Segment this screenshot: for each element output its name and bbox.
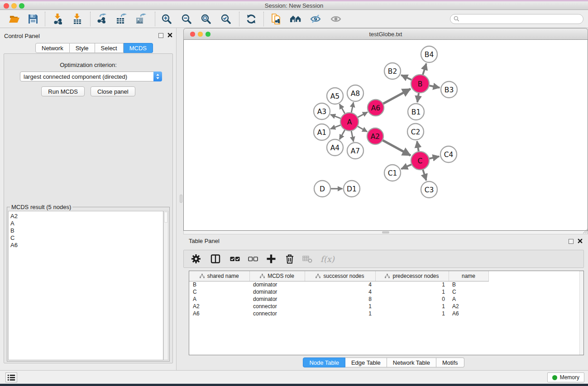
refresh-view-button[interactable] [245, 13, 257, 25]
network-horizontal-scrollbar[interactable] [183, 231, 588, 234]
list-item[interactable]: B [10, 227, 163, 234]
save-session-button[interactable] [27, 13, 39, 25]
search-field[interactable] [450, 14, 583, 24]
export-network-button[interactable] [96, 13, 108, 25]
zoom-fit-button[interactable] [200, 13, 212, 25]
table-row[interactable]: Bdominator41B [189, 281, 580, 288]
select-all-columns-button[interactable] [229, 253, 241, 265]
close-panel-icon[interactable] [167, 32, 172, 39]
scrollbar-thumb[interactable] [382, 231, 389, 234]
show-columns-button[interactable] [210, 253, 221, 265]
function-builder-button: f(x) [320, 254, 335, 264]
hierarchy-icon [316, 274, 320, 278]
zoom-out-button[interactable] [181, 13, 192, 25]
unselect-all-columns-button[interactable] [247, 253, 259, 265]
new-session-from-network-button[interactable] [271, 13, 282, 25]
column-header-name[interactable]: name [449, 271, 488, 281]
zoom-in-icon [161, 14, 172, 24]
zoom-selected-icon [220, 14, 231, 24]
checked-boxes-icon [229, 253, 240, 264]
delete-columns-button[interactable] [284, 253, 296, 265]
tab-select[interactable]: Select [95, 43, 124, 53]
select-stepper-icon [153, 71, 162, 81]
graph-node-label-A: A [347, 118, 352, 126]
import-table-button[interactable] [72, 13, 83, 25]
list-item[interactable]: A2 [10, 213, 163, 220]
graph-node-label-C3: C3 [425, 186, 434, 194]
open-folder-icon [9, 14, 20, 24]
tab-style[interactable]: Style [70, 43, 95, 53]
zoom-fit-icon [201, 14, 211, 24]
tab-node-table[interactable]: Node Table [303, 357, 345, 367]
graph-node-label-B2: B2 [388, 67, 397, 76]
run-mcds-button[interactable]: Run MCDS [41, 86, 85, 96]
apply-preferred-layout-button[interactable] [290, 13, 301, 25]
export-image-button[interactable] [135, 13, 147, 25]
graph-node-label-A1: A1 [317, 129, 326, 137]
table-vertical-scrollbar[interactable] [579, 271, 583, 355]
create-column-button[interactable] [265, 253, 277, 265]
network-graph[interactable]: AA1A2A3A4A5A6A7A8BB1B2B3B4CC1C2C3C4DD1 [184, 40, 588, 230]
table-row[interactable]: Cdominator41C [189, 288, 580, 295]
mcds-result-list[interactable]: A2 A B C A6 [8, 211, 163, 360]
graph-node-label-C4: C4 [444, 151, 454, 159]
tab-edge-table[interactable]: Edge Table [345, 357, 387, 367]
gear-icon [191, 253, 201, 264]
search-input[interactable] [459, 16, 583, 22]
plus-icon [266, 253, 277, 264]
export-table-button[interactable] [115, 13, 127, 25]
open-file-button[interactable] [9, 13, 20, 25]
titlebar[interactable]: Session: New Session [0, 1, 588, 10]
table-row[interactable]: Adominator80A [189, 295, 580, 303]
float-panel-icon[interactable] [158, 33, 163, 38]
float-panel-icon[interactable] [569, 239, 574, 244]
hierarchy-icon [200, 274, 205, 278]
zoom-selected-button[interactable] [220, 13, 232, 25]
list-item[interactable]: A6 [10, 242, 163, 249]
column-header-shared-name[interactable]: shared name [189, 271, 249, 281]
graph-node-label-B3: B3 [445, 86, 454, 94]
table-settings-button[interactable] [190, 253, 202, 265]
show-graphics-details-button[interactable] [330, 13, 342, 25]
import-network-button[interactable] [52, 13, 64, 25]
result-list-scrollbar[interactable] [163, 211, 168, 360]
resize-grip-icon[interactable] [582, 228, 588, 234]
import-table-icon [72, 14, 83, 24]
export-table-icon [116, 14, 127, 24]
new-session-icon [271, 14, 282, 24]
graph-node-label-A7: A7 [351, 147, 360, 155]
tab-network-table[interactable]: Network Table [387, 357, 436, 367]
search-icon [454, 16, 459, 22]
node-table[interactable]: shared name MCDS role successor nodes pr… [189, 271, 584, 355]
hide-graphics-details-button[interactable] [310, 13, 321, 25]
show-task-history-button[interactable] [5, 372, 17, 382]
graph-node-label-A8: A8 [351, 90, 360, 98]
column-header-mcds-role[interactable]: MCDS role [249, 271, 305, 281]
zoom-in-button[interactable] [161, 13, 172, 25]
graph-node-label-C: C [418, 157, 423, 165]
column-header-predecessor-nodes[interactable]: predecessor nodes [375, 271, 449, 281]
table-row[interactable]: A6connector11A6 [189, 310, 580, 317]
list-item[interactable]: A [10, 220, 163, 227]
network-window-titlebar[interactable]: testGlobe.txt [183, 28, 588, 40]
close-panel-icon[interactable] [578, 238, 583, 245]
tab-mcds[interactable]: MCDS [124, 43, 153, 53]
table-row[interactable]: A2connector11A2 [189, 303, 580, 310]
status-bar: Memory [0, 370, 588, 384]
network-canvas[interactable]: AA1A2A3A4A5A6A7A8BB1B2B3B4CC1C2C3C4DD1 [183, 40, 588, 231]
graph-node-label-B: B [418, 80, 423, 88]
network-vertical-scrollbar-thumb[interactable] [180, 195, 182, 203]
tab-motifs[interactable]: Motifs [436, 357, 464, 367]
column-header-successor-nodes[interactable]: successor nodes [305, 271, 375, 281]
delete-table-button [301, 253, 313, 265]
close-panel-button[interactable]: Close panel [91, 86, 135, 96]
cytoscape-window: Session: New Session [0, 0, 588, 386]
eye-icon [330, 14, 341, 24]
import-network-icon [53, 14, 63, 24]
tab-network[interactable]: Network [35, 43, 70, 53]
criterion-select[interactable]: largest connected component (directed) [20, 71, 162, 81]
control-panel: Control Panel Network Style Select MCDS … [0, 28, 177, 370]
list-item[interactable]: C [10, 234, 163, 242]
graph-node-label-C1: C1 [388, 169, 397, 177]
memory-button[interactable]: Memory [547, 372, 584, 382]
